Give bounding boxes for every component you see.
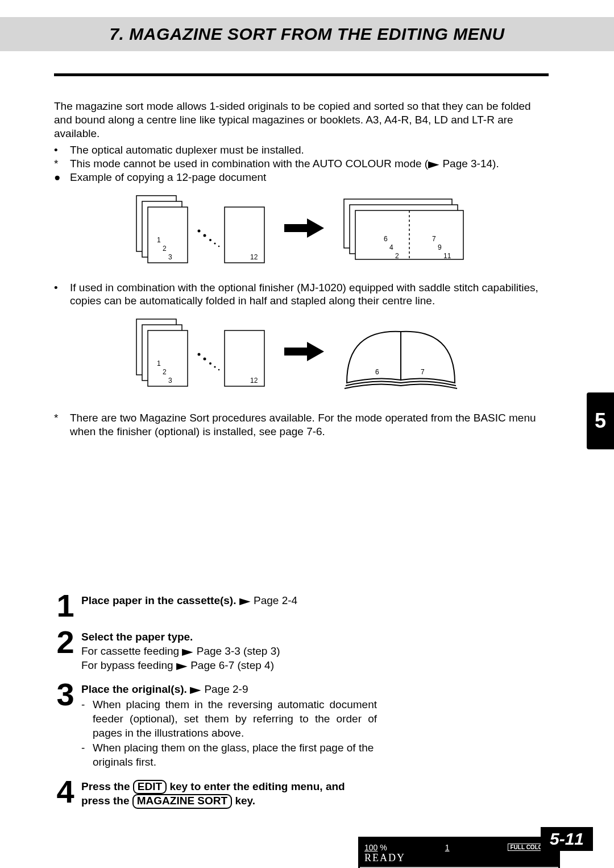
svg-point-18 <box>198 353 201 356</box>
svg-rect-9 <box>284 224 307 232</box>
step-3-number: 3 <box>54 680 77 769</box>
bullet-autocolour-text: This mode cannot be used in combination … <box>70 157 499 171</box>
d2-stack-2: 2 <box>163 368 167 376</box>
dash-icon: - <box>81 741 88 769</box>
step-2: 2 Select the paper type. For cassette fe… <box>54 628 549 672</box>
panel-zoom: 100 <box>364 843 377 852</box>
d2-book-right: 7 <box>421 368 425 376</box>
svg-point-19 <box>204 358 206 361</box>
bullet-dot-icon: • <box>54 281 64 308</box>
diagram-flat-sort: 1 2 3 12 6 7 4 9 2 <box>119 191 483 276</box>
bullet-autocolour-ref: Page 3-14). <box>439 158 499 170</box>
svg-rect-2 <box>148 207 188 263</box>
svg-rect-17 <box>148 330 188 386</box>
svg-point-5 <box>209 239 211 241</box>
step-3-sub1-text: When placing them in the reversing autom… <box>93 698 377 740</box>
d1-single: 12 <box>250 253 258 261</box>
svg-marker-10 <box>307 218 324 238</box>
panel-status-row: 100 % 1 FULL COLOUR <box>364 843 554 852</box>
step-3-ref: Page 2-9 <box>201 683 248 695</box>
svg-point-4 <box>204 234 206 237</box>
bullet-autocolour: * This mode cannot be used in combinatio… <box>54 157 549 171</box>
step-1-ref: Page 2-4 <box>251 594 297 606</box>
panel-ready: READY <box>364 852 554 864</box>
step-1-title: Place paper in the cassette(s). <box>81 594 236 606</box>
page-number-text: 5-11 <box>550 829 584 848</box>
d1-right-0: 7 <box>432 235 436 243</box>
d2-stack-1: 1 <box>157 359 161 367</box>
step-3-sub1: - When placing them in the reversing aut… <box>81 698 377 740</box>
d1-left-0: 6 <box>384 235 388 243</box>
d1-right-1: 9 <box>438 243 442 251</box>
pointer-icon: ▶ <box>176 660 187 672</box>
dash-icon: - <box>81 698 88 740</box>
d1-stack-3: 3 <box>168 253 172 261</box>
d1-stack-2: 2 <box>163 245 167 253</box>
bullet-duplexer-text: The optical automatic duplexer must be i… <box>70 143 304 157</box>
bullet-autocolour-prefix: This mode cannot be used in combination … <box>70 158 428 170</box>
pointer-icon: ▶ <box>239 596 250 607</box>
page-number: 5-11 <box>541 827 593 851</box>
step-1-number: 1 <box>54 592 77 620</box>
panel-header: 100 % 1 FULL COLOUR READY <box>360 838 558 867</box>
d2-book-left: 6 <box>375 368 379 376</box>
step-4-body: Press the EDIT key to enter the editing … <box>81 778 354 809</box>
step-3: 3 Place the original(s). ▶ Page 2-9 - Wh… <box>54 680 549 769</box>
svg-point-22 <box>218 369 220 371</box>
diagram-booklet: 1 2 3 12 6 7 <box>119 315 483 406</box>
step-2-number: 2 <box>54 628 77 672</box>
svg-rect-8 <box>225 207 264 263</box>
step-3-sub2: - When placing them on the glass, place … <box>81 741 377 769</box>
bullet-finisher-text: If used in combination with the optional… <box>70 281 549 308</box>
step-3-title: Place the original(s). <box>81 683 187 695</box>
bullet-duplexer: • The optical automatic duplexer must be… <box>54 143 549 157</box>
step-1: 1 Place paper in the cassette(s). ▶ Page… <box>54 592 549 620</box>
chapter-tab: 5 <box>587 392 614 449</box>
svg-point-3 <box>198 229 201 232</box>
svg-point-6 <box>214 242 215 244</box>
step-1-body: Place paper in the cassette(s). ▶ Page 2… <box>81 592 549 620</box>
step-2-line1a: For cassette feeding <box>81 645 182 657</box>
control-panel-illustration: 100 % 1 FULL COLOUR READY BASIC COLOUR E… <box>358 837 560 868</box>
svg-point-21 <box>214 366 215 367</box>
d1-right-2: 11 <box>443 252 451 260</box>
d2-single: 12 <box>250 377 258 385</box>
bullet-example-text: Example of copying a 12-page document <box>70 171 266 184</box>
svg-point-20 <box>209 362 211 365</box>
svg-rect-24 <box>284 348 307 356</box>
asterisk-icon: * <box>54 411 64 439</box>
d1-left-2: 2 <box>395 252 399 260</box>
step-2-title: Select the paper type. <box>81 631 193 643</box>
step-4-t3: key. <box>232 795 255 807</box>
step-3-sub2-text: When placing them on the glass, place th… <box>93 741 377 769</box>
svg-point-7 <box>218 245 220 247</box>
step-2-line2a: For bypass feeding <box>81 659 176 671</box>
note-two-procedures: * There are two Magazine Sort procedures… <box>54 411 549 439</box>
step-4: 4 Press the EDIT key to enter the editin… <box>54 778 549 809</box>
step-4-key-magsort: MAGAZINE SORT <box>132 794 232 809</box>
step-4-number: 4 <box>54 778 77 809</box>
note-two-procedures-text: There are two Magazine Sort procedures a… <box>70 411 549 439</box>
step-2-line2b: Page 6-7 (step 4) <box>188 659 274 671</box>
pointer-icon: ▶ <box>190 684 201 696</box>
pointer-icon: ▶ <box>182 646 193 658</box>
step-2-body: Select the paper type. For cassette feed… <box>81 628 549 672</box>
d1-left-1: 4 <box>389 243 393 251</box>
chapter-number: 5 <box>595 409 606 433</box>
pointer-icon: ▶ <box>429 159 439 170</box>
section-title-bar: 7. MAGAZINE SORT FROM THE EDITING MENU <box>0 17 614 51</box>
svg-marker-25 <box>307 342 324 361</box>
d1-stack-1: 1 <box>157 236 161 244</box>
filled-bullet-icon: ● <box>54 171 64 184</box>
body-content: The magazine sort mode allows 1-sided or… <box>54 100 549 439</box>
step-3-body: Place the original(s). ▶ Page 2-9 - When… <box>81 680 377 769</box>
panel-count: 1 <box>445 843 450 852</box>
d2-stack-3: 3 <box>168 377 172 385</box>
panel-pct: % <box>380 843 387 852</box>
manual-page: 7. MAGAZINE SORT FROM THE EDITING MENU T… <box>0 0 614 868</box>
asterisk-icon: * <box>54 157 64 171</box>
svg-rect-23 <box>225 330 264 386</box>
bullet-dot-icon: • <box>54 143 64 157</box>
step-4-key-edit: EDIT <box>133 780 167 795</box>
step-list: 1 Place paper in the cassette(s). ▶ Page… <box>54 592 549 817</box>
